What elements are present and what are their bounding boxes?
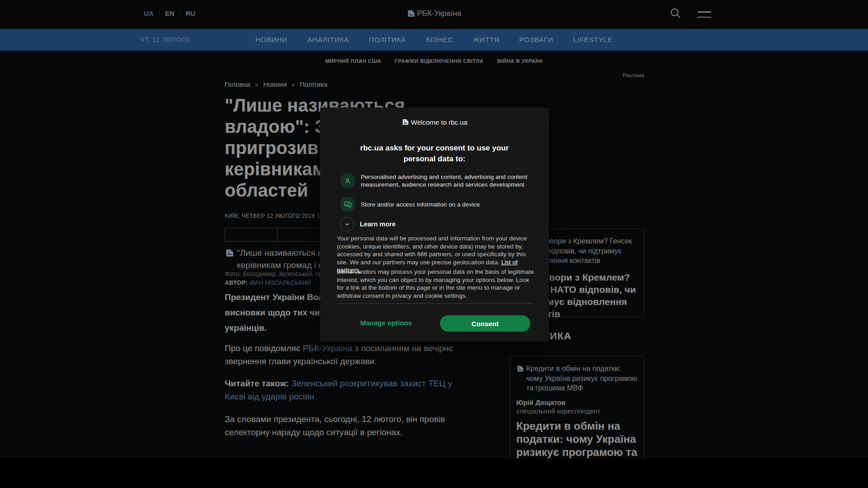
consent-heading: rbc.ua asks for your consent to use your… — [360, 143, 509, 164]
consent-button[interactable]: Consent — [440, 315, 530, 332]
devices-icon — [340, 197, 355, 212]
broken-image-icon — [401, 118, 410, 126]
consent-text: Your personal data will be processed and… — [337, 235, 527, 266]
consent-logo-alt-text: Welcome to rbc.ua — [411, 118, 467, 126]
page: UA EN RU РБК-Україна ЧТ, 12 ЛЮТОГО НОВИН… — [0, 0, 868, 488]
consent-paragraph: Some vendors may process your personal d… — [337, 268, 534, 300]
consent-purpose-row: Personalised advertising and content, ad… — [340, 173, 531, 188]
person-icon — [340, 173, 355, 188]
consent-dialog: Welcome to rbc.ua rbc.ua asks for your c… — [320, 108, 549, 342]
learn-more-toggle[interactable]: Learn more — [340, 217, 396, 231]
consent-purpose-row: Store and/or access information on a dev… — [340, 197, 531, 212]
consent-purpose-text: Personalised advertising and content, ad… — [361, 173, 531, 188]
consent-purpose-text: Store and/or access information on a dev… — [361, 201, 531, 208]
learn-more-label: Learn more — [360, 221, 396, 228]
consent-logo: Welcome to rbc.ua — [320, 118, 549, 126]
manage-options-button[interactable]: Manage options — [360, 319, 412, 327]
divider — [337, 303, 534, 304]
chevron-down-icon — [340, 217, 354, 231]
